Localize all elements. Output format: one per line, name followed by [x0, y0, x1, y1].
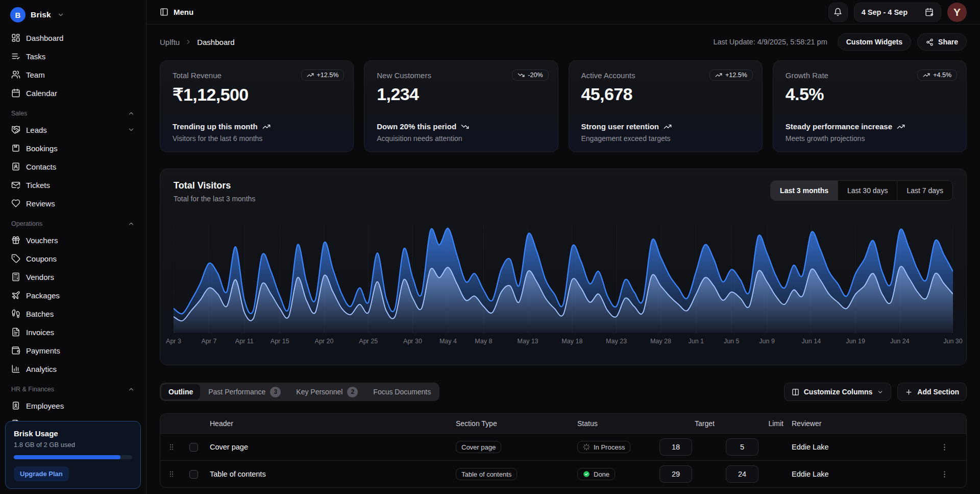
breadcrumb-parent[interactable]: Uplftu — [160, 38, 180, 46]
sidebar-item-label: Employees — [26, 402, 64, 410]
sidebar-item-team[interactable]: Team — [6, 65, 140, 84]
tab-past-performance[interactable]: Past Performance3 — [201, 384, 288, 399]
add-section-button[interactable]: Add Section — [897, 383, 967, 401]
table-row: Table of contentsTable of contentsDone29… — [160, 460, 966, 487]
menu-button[interactable]: Menu — [160, 8, 193, 16]
user-avatar[interactable]: Y — [947, 3, 967, 22]
sidebar-item-tasks[interactable]: Tasks — [6, 47, 140, 65]
drag-handle[interactable] — [160, 470, 183, 478]
main-area: Menu 4 Sep - 4 Sep Y Uplftu Dashboard La… — [146, 0, 980, 494]
sidebar-item-analytics[interactable]: Analytics — [6, 360, 140, 378]
stat-card-value: 1,234 — [377, 84, 545, 104]
limit-input[interactable]: 5 — [726, 438, 758, 456]
tab-count-badge: 2 — [347, 387, 358, 397]
stat-headline-text: Trending up this month — [173, 122, 258, 131]
custom-widgets-button[interactable]: Custom Widgets — [838, 33, 911, 51]
sidebar-item-invoices[interactable]: Invoices — [6, 323, 140, 341]
row-header-cell[interactable]: Cover page — [205, 443, 451, 451]
row-header-cell[interactable]: Table of contents — [205, 470, 451, 478]
row-checkbox[interactable] — [189, 443, 198, 452]
sidebar-item-label: Vendors — [26, 273, 54, 281]
workspace-switcher[interactable]: B Brisk — [6, 5, 140, 27]
customize-columns-label: Customize Columns — [804, 388, 873, 396]
heart-icon — [11, 199, 20, 208]
x-axis-tick: May 13 — [518, 338, 538, 345]
sidebar-section-hr-finances[interactable]: HR & Finances — [6, 378, 140, 396]
section-tabs-row: OutlinePast Performance3Key Personnel2Fo… — [160, 383, 967, 401]
limit-input[interactable]: 24 — [726, 465, 758, 483]
status-cell: Done — [571, 468, 657, 480]
footprints-icon — [11, 309, 20, 318]
range-tab-last-3-months[interactable]: Last 3 months — [771, 181, 838, 200]
target-input[interactable]: 29 — [659, 465, 692, 483]
columns-icon — [792, 388, 799, 396]
sidebar-item-bookings[interactable]: Bookings — [6, 139, 140, 157]
stat-card-active-accounts: Active Accounts+12.5%45,678Strong user r… — [569, 60, 763, 152]
column-header-limit: Limit — [719, 419, 788, 428]
notifications-button[interactable] — [828, 3, 848, 22]
sidebar-item-dashboard[interactable]: Dashboard — [6, 29, 140, 47]
tab-outline[interactable]: Outline — [161, 384, 200, 399]
sidebar-item-batches[interactable]: Batches — [6, 304, 140, 323]
package-icon — [11, 144, 20, 153]
sidebar-item-leads[interactable]: Leads — [6, 121, 140, 139]
chart-range-tabs: Last 3 monthsLast 30 daysLast 7 days — [770, 180, 953, 201]
target-input[interactable]: 18 — [659, 438, 692, 456]
sidebar-item-reviews[interactable]: Reviews — [6, 194, 140, 213]
sidebar-section-sales[interactable]: Sales — [6, 102, 140, 121]
table-header-row: HeaderSection TypeStatusTargetLimitRevie… — [160, 414, 966, 433]
row-checkbox[interactable] — [189, 470, 198, 479]
usage-title: Brisk Usage — [14, 429, 132, 438]
sidebar-item-calendar[interactable]: Calendar — [6, 84, 140, 102]
trending-down-icon — [518, 72, 525, 79]
share-button[interactable]: Share — [917, 33, 967, 51]
stat-trend-badge: +12.5% — [709, 69, 753, 81]
date-range-button[interactable]: 4 Sep - 4 Sep — [854, 3, 941, 22]
upgrade-plan-button[interactable]: Upgrade Plan — [14, 466, 69, 481]
sidebar-item-payments[interactable]: Payments — [6, 341, 140, 360]
row-menu-button[interactable] — [923, 443, 966, 452]
range-tab-last-7-days[interactable]: Last 7 days — [897, 181, 952, 200]
sidebar-item-coupons[interactable]: Coupons — [6, 249, 140, 268]
sidebar-item-label: Payments — [26, 346, 60, 355]
table-body: Cover pageCover pageIn Process185Eddie L… — [160, 433, 966, 487]
sidebar-section-operations[interactable]: Operations — [6, 213, 140, 231]
x-axis-tick: Jun 5 — [724, 338, 740, 345]
chevron-down-icon — [877, 389, 884, 395]
x-axis-tick: May 23 — [606, 338, 627, 345]
x-axis-tick: Jun 30 — [943, 338, 963, 345]
sidebar-item-vouchers[interactable]: Vouchers — [6, 231, 140, 249]
sidebar-section-label: HR & Finances — [11, 386, 54, 393]
sidebar-item-packages[interactable]: Packages — [6, 286, 140, 304]
sidebar-item-contacts[interactable]: Contacts — [6, 157, 140, 176]
trending-up-icon — [262, 123, 271, 131]
x-axis-tick: Apr 11 — [235, 338, 254, 345]
chevron-down-icon — [128, 126, 135, 133]
chart-subtitle: Total for the last 3 months — [174, 195, 255, 203]
limit-cell: 24 — [719, 465, 788, 483]
tab-key-personnel[interactable]: Key Personnel2 — [289, 384, 365, 399]
contact-card-icon — [11, 162, 20, 171]
trending-down-icon — [461, 123, 469, 131]
status-badge: Done — [577, 468, 615, 480]
x-axis-tick: May 8 — [475, 338, 492, 345]
row-menu-button[interactable] — [923, 470, 966, 479]
sections-table: HeaderSection TypeStatusTargetLimitRevie… — [160, 413, 967, 488]
drag-handle[interactable] — [160, 443, 183, 451]
tab-focus-documents[interactable]: Focus Documents — [366, 384, 438, 399]
x-axis-tick: Apr 7 — [201, 338, 216, 345]
table-toolbar: Customize Columns Add Section — [784, 383, 967, 401]
column-header-status: Status — [571, 419, 657, 428]
stat-headline-text: Down 20% this period — [377, 122, 456, 131]
sidebar-section-label: Sales — [11, 110, 27, 117]
sidebar-item-tickets[interactable]: Tickets — [6, 176, 140, 194]
chart-title: Total Visitors — [174, 180, 255, 191]
plus-icon — [905, 388, 913, 396]
range-tab-last-30-days[interactable]: Last 30 days — [838, 181, 897, 200]
chevron-up-icon — [128, 110, 135, 117]
sidebar-item-employees[interactable]: Employees — [6, 396, 140, 415]
stat-trend-badge: -20% — [512, 69, 548, 81]
sidebar-item-vendors[interactable]: Vendors — [6, 268, 140, 286]
customize-columns-button[interactable]: Customize Columns — [784, 383, 892, 401]
calculator-icon — [11, 272, 20, 281]
